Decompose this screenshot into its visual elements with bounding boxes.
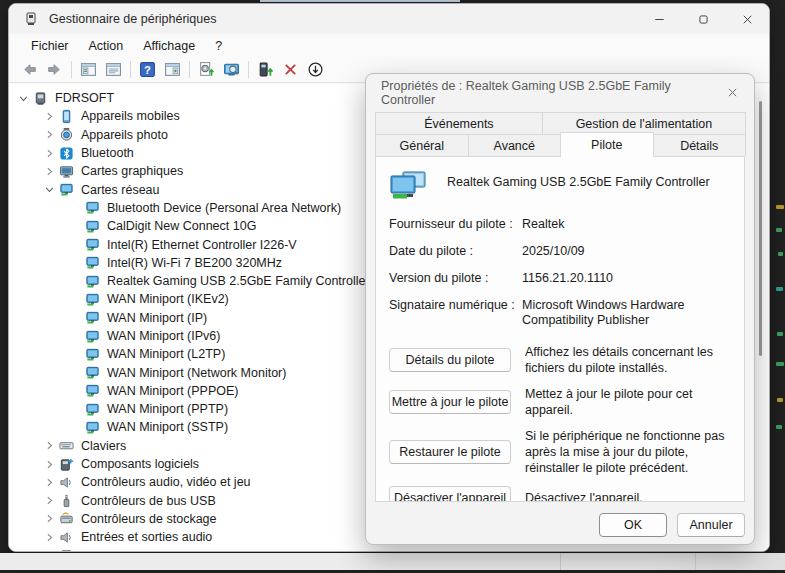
show-console-tree-icon[interactable] — [76, 59, 101, 81]
background-code-fragment — [776, 287, 783, 291]
tree-indent — [9, 500, 41, 501]
background-code-fragment — [776, 228, 782, 232]
chevron-right-icon[interactable] — [41, 529, 58, 545]
chevron-right-icon[interactable] — [41, 108, 58, 124]
field-value: Realtek — [522, 217, 731, 232]
camera-icon — [58, 127, 75, 142]
tree-item-label: Bluetooth — [81, 146, 134, 160]
tab-details[interactable]: Détails — [653, 134, 747, 156]
action-description: Mettez à jour le pilote pour cet apparei… — [525, 386, 731, 418]
chevron-right-icon[interactable] — [41, 493, 58, 509]
update-driver-button[interactable]: Mettre à jour le pilote — [389, 390, 511, 414]
dialog-close-icon[interactable] — [726, 86, 739, 99]
chevron-right-icon[interactable] — [41, 548, 58, 551]
bluetooth-icon — [58, 146, 75, 161]
tab-strip: ÉvénementsGestion de l'alimentation Géné… — [375, 112, 745, 156]
background-code-fragment — [778, 252, 783, 256]
properties-icon[interactable] — [101, 59, 126, 81]
chevron-right-icon[interactable] — [41, 511, 58, 527]
maximize-button[interactable] — [681, 4, 725, 34]
tree-item-label: Appareils mobiles — [81, 109, 180, 123]
tree-indent — [9, 262, 67, 263]
field-label: Date du pilote : — [389, 244, 522, 259]
tree-indent — [9, 409, 67, 410]
uninstall-device-icon[interactable] — [278, 59, 303, 81]
chevron-placeholder — [67, 200, 84, 216]
network-icon — [84, 310, 101, 325]
menu-bar: FichierActionAffichage? — [9, 34, 769, 57]
tab-gestion-alimentation[interactable]: Gestion de l'alimentation — [542, 112, 746, 134]
window-titlebar[interactable]: Gestionnaire de périphériques — [9, 4, 769, 34]
toolbar-separator — [130, 61, 131, 78]
network-icon — [84, 292, 101, 307]
chevron-placeholder — [67, 218, 84, 234]
cancel-button[interactable]: Annuler — [677, 513, 745, 537]
dialog-titlebar[interactable]: Propriétés de : Realtek Gaming USB 2.5Gb… — [366, 74, 754, 111]
chevron-right-icon[interactable] — [41, 145, 58, 161]
network-icon — [84, 420, 101, 435]
help-icon[interactable]: ? — [135, 59, 160, 81]
back-icon[interactable] — [17, 59, 42, 81]
network-icon — [84, 347, 101, 362]
tree-item-label: Cartes graphiques — [81, 164, 183, 178]
scan-hardware-changes-icon[interactable] — [194, 59, 219, 81]
storage-icon — [58, 511, 75, 526]
chevron-down-icon[interactable] — [15, 90, 32, 106]
tree-indent — [9, 207, 67, 208]
tree-item-label: WAN Miniport (SSTP) — [107, 420, 228, 434]
chevron-placeholder — [67, 255, 84, 271]
tab-evenements[interactable]: Événements — [375, 112, 543, 134]
chevron-right-icon[interactable] — [41, 438, 58, 454]
tree-item-label: WAN Miniport (Network Monitor) — [107, 366, 286, 380]
tree-scrollbar[interactable] — [759, 101, 762, 356]
disable-device-icon[interactable] — [303, 59, 328, 81]
tree-item-label: WAN Miniport (IPv6) — [107, 329, 220, 343]
chevron-down-icon[interactable] — [41, 182, 58, 198]
chevron-right-icon[interactable] — [41, 127, 58, 143]
tree-item[interactable]: Files d'attente à l'impression : — [9, 546, 769, 551]
driver-action-row: Restaurer le piloteSi le périphérique ne… — [389, 428, 731, 476]
menu-action[interactable]: Action — [79, 36, 134, 56]
chevron-right-icon[interactable] — [41, 163, 58, 179]
network-icon — [84, 255, 101, 270]
tree-indent — [9, 445, 41, 446]
chevron-placeholder — [67, 346, 84, 362]
network-icon — [84, 200, 101, 215]
chevron-right-icon[interactable] — [41, 456, 58, 472]
network-icon — [84, 219, 101, 234]
menu-affichage[interactable]: Affichage — [133, 36, 205, 56]
disable-device-button[interactable]: Désactiver l'appareil — [389, 486, 511, 502]
driver-actions: Détails du piloteAffichez les détails co… — [389, 344, 731, 502]
background-window-edge-top — [260, 0, 460, 2]
close-button[interactable] — [725, 4, 769, 34]
driver-details-button[interactable]: Détails du pilote — [389, 348, 511, 372]
properties-dialog: Propriétés de : Realtek Gaming USB 2.5Gb… — [365, 73, 755, 545]
tab-avance[interactable]: Avancé — [468, 134, 562, 156]
device-header: Realtek Gaming USB 2.5GbE Family Control… — [389, 170, 731, 202]
driver-field-row: Date du pilote :2025/10/09 — [389, 244, 731, 259]
minimize-button[interactable] — [637, 4, 681, 34]
network-icon — [84, 274, 101, 289]
ok-button[interactable]: OK — [599, 513, 667, 537]
tree-indent — [9, 153, 41, 154]
device-manager-app-icon — [23, 11, 39, 27]
chevron-right-icon[interactable] — [41, 474, 58, 490]
tree-indent — [9, 317, 67, 318]
forward-icon[interactable] — [42, 59, 67, 81]
tab-pilote[interactable]: Pilote — [560, 132, 654, 157]
roll-back-driver-button[interactable]: Restaurer le pilote — [389, 440, 511, 464]
action-pane-icon[interactable] — [160, 59, 185, 81]
menu-help[interactable]: ? — [205, 36, 232, 56]
field-value: Microsoft Windows Hardware Compatibility… — [522, 298, 731, 328]
tab-general[interactable]: Général — [375, 134, 469, 156]
computer-icon — [32, 91, 49, 106]
tree-indent — [9, 372, 67, 373]
chevron-placeholder — [67, 365, 84, 381]
background-code-fragment — [776, 362, 784, 366]
update-driver-icon[interactable] — [253, 59, 278, 81]
search-devices-icon[interactable] — [219, 59, 244, 81]
toolbar-separator — [248, 61, 249, 78]
tree-indent — [9, 116, 41, 117]
menu-fichier[interactable]: Fichier — [21, 36, 79, 56]
tree-indent — [9, 427, 67, 428]
